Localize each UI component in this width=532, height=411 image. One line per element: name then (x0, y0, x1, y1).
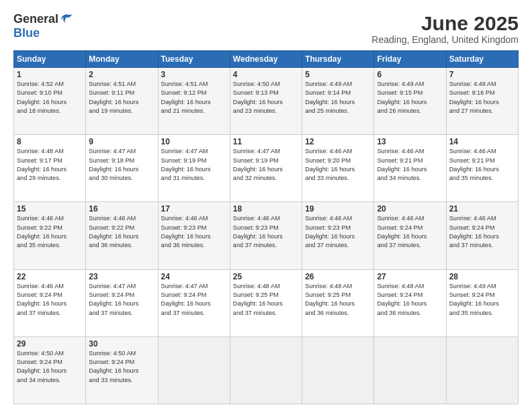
day-info: Sunrise: 4:51 AM Sunset: 9:12 PM Dayligh… (161, 80, 227, 116)
day-info: Sunrise: 4:47 AM Sunset: 9:19 PM Dayligh… (161, 147, 227, 183)
calendar-cell: 11Sunrise: 4:47 AM Sunset: 9:19 PM Dayli… (230, 135, 302, 202)
day-number: 1 (17, 70, 83, 79)
calendar-cell: 29Sunrise: 4:50 AM Sunset: 9:24 PM Dayli… (14, 336, 86, 404)
calendar-week-row: 1Sunrise: 4:52 AM Sunset: 9:10 PM Daylig… (14, 68, 519, 135)
calendar-cell: 13Sunrise: 4:46 AM Sunset: 9:21 PM Dayli… (374, 135, 446, 202)
day-number: 28 (449, 272, 515, 281)
day-number: 10 (161, 137, 227, 146)
calendar-week-row: 22Sunrise: 4:46 AM Sunset: 9:24 PM Dayli… (14, 269, 519, 336)
calendar-cell: 8Sunrise: 4:48 AM Sunset: 9:17 PM Daylig… (14, 135, 86, 202)
day-info: Sunrise: 4:46 AM Sunset: 9:24 PM Dayligh… (17, 282, 83, 318)
day-info: Sunrise: 4:52 AM Sunset: 9:10 PM Dayligh… (17, 80, 83, 116)
day-info: Sunrise: 4:49 AM Sunset: 9:14 PM Dayligh… (305, 80, 371, 116)
day-info: Sunrise: 4:46 AM Sunset: 9:23 PM Dayligh… (233, 214, 299, 250)
month-title: June 2025 (371, 12, 519, 34)
day-header-wednesday: Wednesday (230, 51, 302, 68)
day-number: 25 (233, 272, 299, 281)
calendar-cell: 28Sunrise: 4:49 AM Sunset: 9:24 PM Dayli… (446, 269, 518, 336)
day-number: 20 (377, 204, 443, 214)
day-number: 8 (17, 137, 83, 146)
calendar-week-row: 15Sunrise: 4:46 AM Sunset: 9:22 PM Dayli… (14, 202, 519, 269)
calendar-cell: 23Sunrise: 4:47 AM Sunset: 9:24 PM Dayli… (86, 269, 158, 336)
day-number: 7 (449, 70, 515, 79)
day-info: Sunrise: 4:46 AM Sunset: 9:23 PM Dayligh… (305, 214, 371, 250)
calendar-cell: 12Sunrise: 4:46 AM Sunset: 9:20 PM Dayli… (302, 135, 374, 202)
calendar-cell: 9Sunrise: 4:47 AM Sunset: 9:18 PM Daylig… (86, 135, 158, 202)
day-info: Sunrise: 4:48 AM Sunset: 9:16 PM Dayligh… (449, 80, 515, 116)
day-info: Sunrise: 4:46 AM Sunset: 9:21 PM Dayligh… (449, 147, 515, 183)
calendar-cell (374, 336, 446, 404)
day-info: Sunrise: 4:50 AM Sunset: 9:24 PM Dayligh… (17, 349, 83, 385)
calendar-cell: 4Sunrise: 4:50 AM Sunset: 9:13 PM Daylig… (230, 68, 302, 135)
logo-general: General (13, 12, 58, 26)
day-info: Sunrise: 4:49 AM Sunset: 9:24 PM Dayligh… (449, 282, 515, 318)
day-number: 3 (161, 70, 227, 79)
day-number: 17 (161, 204, 227, 214)
day-number: 12 (305, 137, 371, 146)
page: General Blue June 2025 Reading, England,… (0, 0, 532, 411)
calendar-cell (446, 336, 518, 404)
day-number: 14 (449, 137, 515, 146)
day-header-monday: Monday (86, 51, 158, 68)
day-header-sunday: Sunday (14, 51, 86, 68)
title-area: June 2025 Reading, England, United Kingd… (371, 12, 519, 45)
day-header-friday: Friday (374, 51, 446, 68)
location: Reading, England, United Kingdom (371, 34, 519, 45)
calendar-cell: 10Sunrise: 4:47 AM Sunset: 9:19 PM Dayli… (158, 135, 230, 202)
day-number: 16 (89, 204, 154, 214)
day-info: Sunrise: 4:48 AM Sunset: 9:24 PM Dayligh… (377, 282, 443, 318)
day-number: 26 (305, 272, 371, 281)
day-info: Sunrise: 4:47 AM Sunset: 9:18 PM Dayligh… (89, 147, 154, 183)
day-number: 29 (17, 339, 83, 349)
calendar-cell: 16Sunrise: 4:46 AM Sunset: 9:22 PM Dayli… (86, 202, 158, 269)
calendar-cell: 20Sunrise: 4:46 AM Sunset: 9:24 PM Dayli… (374, 202, 446, 269)
day-header-tuesday: Tuesday (158, 51, 230, 68)
calendar-cell: 7Sunrise: 4:48 AM Sunset: 9:16 PM Daylig… (446, 68, 518, 135)
day-info: Sunrise: 4:47 AM Sunset: 9:24 PM Dayligh… (89, 282, 154, 318)
day-number: 18 (233, 204, 299, 214)
day-info: Sunrise: 4:46 AM Sunset: 9:22 PM Dayligh… (17, 214, 83, 250)
calendar-cell: 25Sunrise: 4:48 AM Sunset: 9:25 PM Dayli… (230, 269, 302, 336)
calendar-cell (230, 336, 302, 404)
calendar-table: SundayMondayTuesdayWednesdayThursdayFrid… (13, 50, 519, 404)
day-info: Sunrise: 4:46 AM Sunset: 9:24 PM Dayligh… (449, 214, 515, 250)
calendar-cell: 1Sunrise: 4:52 AM Sunset: 9:10 PM Daylig… (14, 68, 86, 135)
day-info: Sunrise: 4:49 AM Sunset: 9:15 PM Dayligh… (377, 80, 443, 116)
calendar-cell: 22Sunrise: 4:46 AM Sunset: 9:24 PM Dayli… (14, 269, 86, 336)
calendar-cell: 21Sunrise: 4:46 AM Sunset: 9:24 PM Dayli… (446, 202, 518, 269)
calendar-cell: 2Sunrise: 4:51 AM Sunset: 9:11 PM Daylig… (86, 68, 158, 135)
day-info: Sunrise: 4:48 AM Sunset: 9:25 PM Dayligh… (305, 282, 371, 318)
day-number: 4 (233, 70, 299, 79)
day-info: Sunrise: 4:47 AM Sunset: 9:24 PM Dayligh… (161, 282, 227, 318)
logo-blue: Blue (13, 26, 40, 40)
day-number: 21 (449, 204, 515, 214)
calendar-cell: 14Sunrise: 4:46 AM Sunset: 9:21 PM Dayli… (446, 135, 518, 202)
day-number: 30 (89, 339, 154, 349)
day-number: 23 (89, 272, 154, 281)
day-info: Sunrise: 4:50 AM Sunset: 9:24 PM Dayligh… (89, 349, 154, 385)
day-number: 13 (377, 137, 443, 146)
calendar-cell (158, 336, 230, 404)
calendar-header-row: SundayMondayTuesdayWednesdayThursdayFrid… (14, 51, 519, 68)
calendar-cell: 15Sunrise: 4:46 AM Sunset: 9:22 PM Dayli… (14, 202, 86, 269)
day-info: Sunrise: 4:46 AM Sunset: 9:23 PM Dayligh… (161, 214, 227, 250)
calendar-cell: 26Sunrise: 4:48 AM Sunset: 9:25 PM Dayli… (302, 269, 374, 336)
day-number: 15 (17, 204, 83, 214)
calendar-cell: 19Sunrise: 4:46 AM Sunset: 9:23 PM Dayli… (302, 202, 374, 269)
calendar-cell (302, 336, 374, 404)
day-header-thursday: Thursday (302, 51, 374, 68)
day-info: Sunrise: 4:47 AM Sunset: 9:19 PM Dayligh… (233, 147, 299, 183)
calendar-cell: 3Sunrise: 4:51 AM Sunset: 9:12 PM Daylig… (158, 68, 230, 135)
day-number: 11 (233, 137, 299, 146)
calendar-cell: 17Sunrise: 4:46 AM Sunset: 9:23 PM Dayli… (158, 202, 230, 269)
calendar-cell: 27Sunrise: 4:48 AM Sunset: 9:24 PM Dayli… (374, 269, 446, 336)
calendar-week-row: 29Sunrise: 4:50 AM Sunset: 9:24 PM Dayli… (14, 336, 519, 404)
day-header-saturday: Saturday (446, 51, 518, 68)
calendar-cell: 30Sunrise: 4:50 AM Sunset: 9:24 PM Dayli… (86, 336, 158, 404)
calendar-cell: 18Sunrise: 4:46 AM Sunset: 9:23 PM Dayli… (230, 202, 302, 269)
day-info: Sunrise: 4:46 AM Sunset: 9:20 PM Dayligh… (305, 147, 371, 183)
day-info: Sunrise: 4:48 AM Sunset: 9:17 PM Dayligh… (17, 147, 83, 183)
day-number: 9 (89, 137, 154, 146)
header: General Blue June 2025 Reading, England,… (13, 12, 519, 45)
calendar-cell: 24Sunrise: 4:47 AM Sunset: 9:24 PM Dayli… (158, 269, 230, 336)
